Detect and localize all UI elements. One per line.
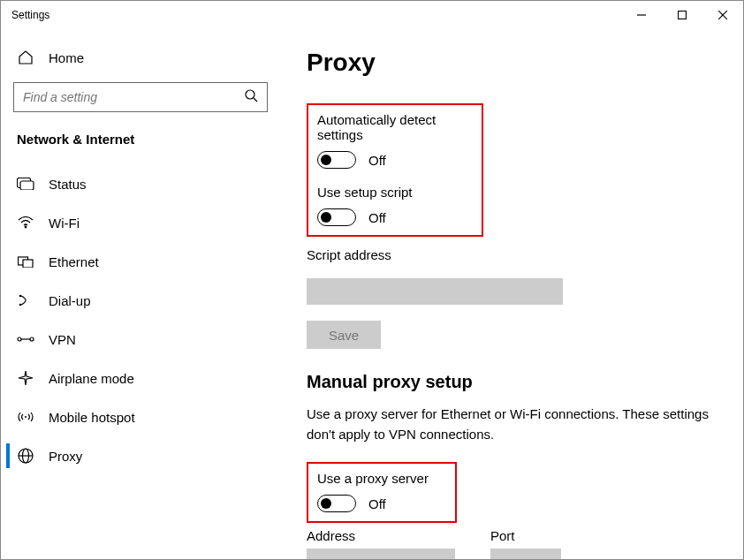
sidebar-item-hotspot[interactable]: Mobile hotspot — [6, 397, 275, 436]
address-column: Address — [307, 528, 455, 559]
svg-rect-1 — [679, 11, 687, 19]
svg-point-8 — [25, 226, 27, 228]
auto-detect-toggle[interactable] — [317, 151, 356, 169]
address-port-row: Address Port — [307, 528, 720, 559]
home-link[interactable]: Home — [6, 42, 275, 73]
sidebar-item-label: Dial-up — [49, 293, 91, 308]
svg-point-16 — [25, 416, 27, 418]
script-address-label: Script address — [307, 247, 720, 262]
titlebar: Settings — [1, 1, 743, 29]
status-icon — [17, 175, 34, 193]
hotspot-icon — [17, 408, 34, 426]
main-panel: Proxy Automatically detect settings Off … — [284, 29, 743, 559]
highlight-proxy: Use a proxy server Off — [307, 462, 457, 523]
sidebar-item-airplane[interactable]: Airplane mode — [6, 359, 275, 397]
use-proxy-label: Use a proxy server — [317, 471, 446, 486]
setup-script-toggle[interactable] — [317, 208, 356, 226]
address-label: Address — [307, 528, 455, 543]
use-proxy-value: Off — [368, 496, 386, 511]
svg-point-13 — [18, 337, 21, 341]
search-icon — [244, 88, 258, 106]
airplane-icon — [17, 369, 34, 387]
section-title: Network & Internet — [6, 132, 275, 147]
svg-rect-7 — [20, 181, 34, 190]
sidebar-item-proxy[interactable]: Proxy — [6, 436, 275, 475]
window-title: Settings — [11, 9, 49, 21]
auto-detect-label: Automatically detect settings — [317, 112, 473, 142]
svg-line-5 — [254, 98, 257, 102]
svg-point-4 — [246, 90, 254, 99]
maximize-button[interactable] — [662, 1, 702, 29]
close-button[interactable] — [702, 1, 743, 29]
svg-point-15 — [30, 337, 34, 341]
port-input[interactable] — [490, 549, 561, 559]
sidebar-item-label: Proxy — [49, 449, 82, 464]
sidebar-item-status[interactable]: Status — [6, 164, 275, 203]
page-title: Proxy — [307, 49, 720, 77]
search-input[interactable] — [23, 90, 234, 104]
sidebar-item-label: Mobile hotspot — [49, 410, 135, 425]
sidebar-item-vpn[interactable]: VPN — [6, 320, 275, 359]
sidebar: Home Network & Internet Status Wi-Fi Eth… — [1, 29, 284, 559]
home-label: Home — [49, 50, 84, 65]
vpn-icon — [17, 330, 34, 348]
wifi-icon — [17, 214, 34, 231]
minimize-button[interactable] — [621, 1, 662, 29]
svg-point-11 — [19, 295, 22, 298]
svg-point-12 — [19, 304, 22, 306]
sidebar-item-label: Status — [49, 177, 87, 192]
port-column: Port — [490, 528, 561, 559]
dialup-icon — [17, 291, 34, 309]
home-icon — [17, 49, 34, 66]
svg-rect-10 — [23, 260, 33, 268]
highlight-auto: Automatically detect settings Off Use se… — [307, 103, 483, 237]
manual-heading: Manual proxy setup — [307, 372, 720, 392]
search-box[interactable] — [13, 82, 268, 112]
setting-setup-script: Use setup script Off — [317, 185, 473, 226]
auto-detect-value: Off — [368, 153, 386, 168]
settings-window: Settings Home Network & Internet Status — [0, 0, 744, 560]
window-controls — [621, 1, 743, 29]
script-address-input[interactable] — [307, 278, 563, 305]
setup-script-value: Off — [368, 210, 386, 225]
sidebar-item-label: Ethernet — [49, 254, 99, 269]
manual-description: Use a proxy server for Ethernet or Wi-Fi… — [307, 405, 720, 444]
setup-script-label: Use setup script — [317, 185, 473, 200]
sidebar-item-dialup[interactable]: Dial-up — [6, 281, 275, 320]
sidebar-item-label: Wi-Fi — [49, 216, 80, 231]
proxy-icon — [17, 447, 34, 465]
sidebar-item-wifi[interactable]: Wi-Fi — [6, 203, 275, 242]
save-button[interactable]: Save — [307, 321, 381, 349]
save-label: Save — [329, 328, 359, 343]
ethernet-icon — [17, 253, 34, 270]
use-proxy-toggle[interactable] — [317, 495, 356, 512]
sidebar-item-label: VPN — [49, 332, 76, 347]
port-label: Port — [490, 528, 561, 543]
script-address-block: Script address — [307, 247, 720, 305]
address-input[interactable] — [307, 549, 455, 559]
setting-auto-detect: Automatically detect settings Off — [317, 112, 473, 169]
sidebar-item-label: Airplane mode — [49, 371, 134, 386]
sidebar-item-ethernet[interactable]: Ethernet — [6, 242, 275, 281]
